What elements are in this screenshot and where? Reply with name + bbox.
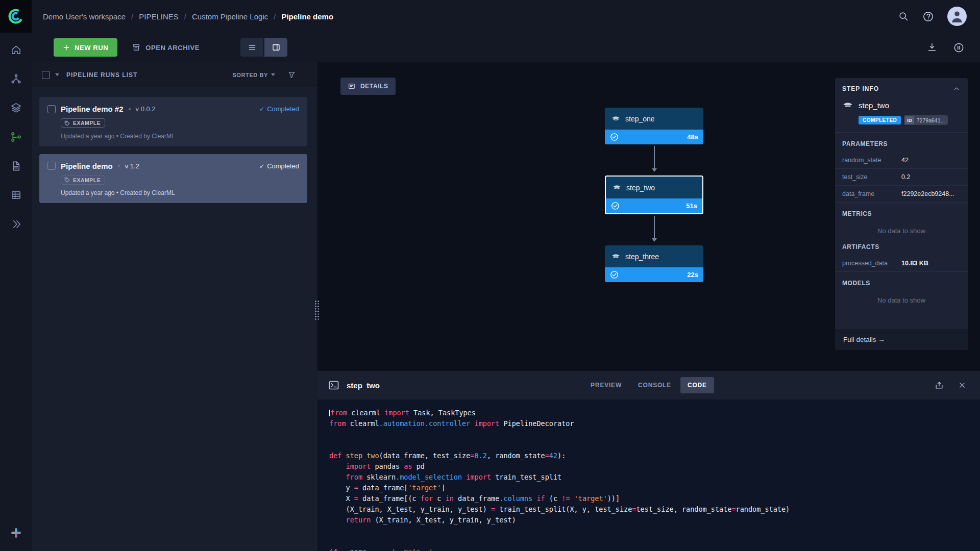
clearml-logo-icon	[7, 8, 24, 25]
breadcrumb-separator: /	[274, 12, 276, 21]
download-icon[interactable]	[926, 42, 938, 53]
projects-icon[interactable]	[10, 73, 22, 85]
node-label: step_one	[625, 115, 655, 123]
status-check-icon	[610, 270, 619, 279]
parameter-key: data_frame	[842, 190, 901, 197]
clearml-logo[interactable]	[0, 0, 32, 33]
chevron-up-icon[interactable]	[952, 85, 961, 93]
panel-resize-handle[interactable]	[314, 300, 320, 320]
task-cap-icon	[842, 99, 853, 111]
expand-panel-icon[interactable]	[934, 380, 944, 390]
code-panel-header: step_two PREVIEW CONSOLE CODE	[317, 371, 980, 399]
details-label: DETAILS	[360, 83, 388, 90]
close-icon[interactable]	[958, 381, 967, 390]
run-checkbox[interactable]	[47, 105, 56, 113]
metrics-empty-state: No data to show	[835, 222, 968, 236]
code-line: def step_two(data_frame, test_size=0.2, …	[329, 450, 980, 461]
models-section-label: MODELS	[835, 272, 968, 291]
archive-icon	[132, 43, 141, 52]
task-cap-icon	[611, 252, 621, 261]
run-card-pipeline-demo-2[interactable]: Pipeline demo #2 v 0.0.2 Completed	[39, 97, 307, 146]
select-all-checkbox[interactable]	[42, 71, 50, 79]
new-run-label: NEW RUN	[75, 44, 108, 52]
datasets-icon[interactable]	[10, 102, 22, 114]
node-step-two[interactable]: step_two 51s	[605, 176, 703, 214]
side-nav	[0, 33, 32, 551]
node-step-three[interactable]: step_three 22s	[605, 245, 703, 282]
run-status-label: Completed	[267, 105, 299, 113]
details-button[interactable]: DETAILS	[340, 78, 396, 95]
pipelines-icon[interactable]	[10, 131, 22, 143]
run-title: Pipeline demo	[61, 162, 113, 170]
pipeline-dag: step_one 48s step_two	[605, 108, 703, 282]
plus-icon	[63, 44, 70, 51]
parameter-value: f2292e2ecb9248...	[901, 190, 954, 197]
breadcrumb-current: Pipeline demo	[281, 12, 333, 21]
actions-toolbar: NEW RUN OPEN ARCHIVE	[32, 33, 980, 62]
parameter-value: 0.2	[901, 173, 910, 181]
search-icon[interactable]	[898, 11, 909, 22]
breadcrumb-pipelines[interactable]: PIPELINES	[139, 12, 179, 21]
code-line: if __name__ == '__main__':	[329, 547, 980, 551]
new-run-button[interactable]: NEW RUN	[54, 38, 117, 57]
run-title: Pipeline demo #2	[61, 105, 124, 113]
id-value: 7279a641...	[917, 117, 945, 123]
split-view-icon[interactable]	[264, 38, 287, 57]
table-view-icon[interactable]	[240, 38, 263, 57]
code-line: from sklearn.model_selection import trai…	[329, 472, 980, 483]
check-icon	[259, 105, 264, 113]
code-viewer: from clearml import Task, TaskTypesfrom …	[317, 399, 980, 551]
person-icon	[947, 7, 967, 26]
status-check-icon	[610, 133, 619, 141]
example-tag[interactable]: EXAMPLE	[61, 118, 105, 128]
user-avatar[interactable]	[947, 7, 967, 26]
run-status-label: Completed	[267, 162, 299, 170]
code-panel-tabs: PREVIEW CONSOLE CODE	[583, 377, 714, 393]
dot-separator	[129, 108, 131, 110]
sorted-by-dropdown[interactable]: SORTED BY	[232, 72, 275, 78]
tab-console[interactable]: CONSOLE	[631, 377, 678, 393]
tab-preview[interactable]: PREVIEW	[583, 377, 629, 393]
code-line: (X_train, X_test, y_train, y_test) = tra…	[329, 504, 980, 515]
dot-separator	[118, 165, 120, 167]
breadcrumb-separator: /	[184, 12, 186, 21]
tag-icon	[64, 177, 70, 183]
artifacts-section-label: ARTIFACTS	[835, 236, 968, 255]
open-archive-button[interactable]: OPEN ARCHIVE	[132, 43, 200, 52]
applications-icon[interactable]	[10, 218, 22, 230]
task-cap-icon	[612, 183, 622, 192]
runs-list-header: PIPELINE RUNS LIST SORTED BY	[32, 62, 317, 87]
node-duration: 22s	[687, 271, 698, 279]
tag-label: EXAMPLE	[73, 177, 101, 183]
slack-icon[interactable]	[10, 527, 22, 539]
pipeline-work-area: DETAILS step_one 48s	[317, 62, 980, 551]
autorefresh-icon[interactable]	[953, 42, 965, 54]
run-meta: Updated a year ago • Created by ClearML	[61, 189, 299, 196]
run-card-pipeline-demo[interactable]: Pipeline demo v 1.2 Completed EXAM	[39, 154, 307, 204]
runs-list-title: PIPELINE RUNS LIST	[66, 71, 137, 79]
run-checkbox[interactable]	[47, 162, 56, 170]
full-details-link[interactable]: Full details →	[835, 329, 968, 350]
help-icon[interactable]	[922, 11, 934, 22]
workers-icon[interactable]	[10, 189, 22, 201]
step-id-chip[interactable]: ID 7279a641...	[904, 115, 948, 125]
models-empty-state: No data to show	[835, 291, 968, 305]
view-toggle-group	[240, 38, 287, 57]
home-icon[interactable]	[10, 44, 22, 56]
example-tag[interactable]: EXAMPLE	[61, 176, 105, 185]
pipeline-runs-panel: PIPELINE RUNS LIST SORTED BY Pipeline de…	[32, 62, 317, 551]
breadcrumb-project[interactable]: Custom Pipeline Logic	[192, 12, 268, 21]
tab-code[interactable]: CODE	[680, 377, 714, 393]
breadcrumb-workspace[interactable]: Demo User's workspace	[43, 12, 126, 21]
sorted-by-label: SORTED BY	[232, 72, 268, 78]
status-badge: COMPLETED	[859, 116, 901, 124]
select-dropdown-icon[interactable]	[55, 73, 59, 76]
code-line: import pandas as pd	[329, 461, 980, 472]
filter-icon[interactable]	[287, 70, 296, 79]
toolbar-right-actions	[926, 42, 980, 54]
artifact-row: processed_data 10.83 KB	[835, 255, 968, 272]
tag-label: EXAMPLE	[73, 120, 101, 126]
reports-icon[interactable]	[10, 160, 22, 172]
parameter-key: random_state	[842, 157, 901, 164]
node-step-one[interactable]: step_one 48s	[605, 108, 703, 144]
